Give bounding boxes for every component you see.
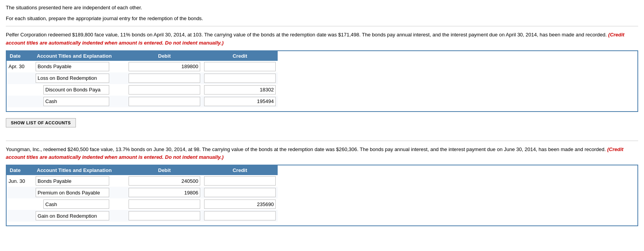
col-date-2: Date [7, 165, 34, 175]
date-cell-2-1: Jun. 30 [7, 175, 34, 187]
credit-input-2-3[interactable] [204, 199, 276, 209]
show-list-button[interactable]: SHOW LIST OF ACCOUNTS [6, 118, 76, 127]
debit-input-1-4[interactable] [129, 97, 200, 106]
account-input-2-2[interactable] [36, 188, 109, 197]
scenario2-section: Youngman, Inc., redeemed $240,500 face v… [6, 146, 638, 227]
credit-cell-2-3 [202, 198, 278, 210]
date-cell-1: Apr. 30 [7, 61, 34, 72]
debit-cell-1-2 [127, 72, 202, 84]
scenario1-table: Date Account Titles and Explanation Debi… [7, 51, 278, 107]
col-credit-1: Credit [202, 51, 278, 61]
debit-cell-2-4 [127, 210, 202, 222]
table-row [7, 210, 278, 222]
table-row [7, 72, 278, 84]
debit-input-2-1[interactable] [129, 176, 200, 186]
debit-cell-1-1 [127, 61, 202, 72]
intro-line1: The situations presented here are indepe… [6, 4, 638, 12]
scenario1-table-wrapper: Date Account Titles and Explanation Debi… [6, 50, 638, 112]
credit-input-1-1[interactable] [204, 62, 276, 71]
credit-cell-1-2 [202, 72, 278, 84]
intro-section: The situations presented here are indepe… [6, 4, 638, 22]
account-input-2-3[interactable] [43, 199, 109, 209]
debit-input-2-2[interactable] [129, 188, 200, 197]
intro-line2: For each situation, prepare the appropri… [6, 15, 638, 22]
col-account-1: Account Titles and Explanation [34, 51, 127, 61]
credit-input-1-2[interactable] [204, 74, 276, 83]
credit-cell-2-2 [202, 187, 278, 198]
credit-input-2-2[interactable] [204, 188, 276, 197]
debit-input-1-3[interactable] [129, 85, 200, 95]
col-date-1: Date [7, 51, 34, 61]
credit-input-2-1[interactable] [204, 176, 276, 186]
account-input-1-3[interactable] [43, 85, 109, 95]
account-input-1-4[interactable] [43, 97, 109, 106]
account-input-1-1[interactable] [36, 62, 109, 71]
col-debit-1: Debit [127, 51, 202, 61]
debit-input-1-1[interactable] [129, 62, 200, 71]
account-cell-1-4 [34, 96, 127, 107]
table-row: Jun. 30 [7, 175, 278, 187]
debit-input-2-3[interactable] [129, 199, 200, 209]
scenario1-section: Pelfer Corporation redeemed $189,800 fac… [6, 31, 638, 137]
credit-cell-2-4 [202, 210, 278, 222]
account-input-1-2[interactable] [36, 74, 109, 83]
debit-cell-1-4 [127, 96, 202, 107]
account-cell-2-3 [34, 198, 127, 210]
table-row: Apr. 30 [7, 61, 278, 72]
date-cell-1-4 [7, 96, 34, 107]
col-account-2: Account Titles and Explanation [34, 165, 127, 175]
show-list-wrapper: SHOW LIST OF ACCOUNTS [6, 112, 638, 137]
table-row [7, 84, 278, 96]
col-debit-2: Debit [127, 165, 202, 175]
account-input-2-1[interactable] [36, 176, 109, 186]
scenario1-description: Pelfer Corporation redeemed $189,800 fac… [6, 31, 638, 47]
credit-cell-1-3 [202, 84, 278, 96]
scenario2-description: Youngman, Inc., redeemed $240,500 face v… [6, 146, 638, 162]
credit-input-1-4[interactable] [204, 97, 276, 106]
debit-cell-2-3 [127, 198, 202, 210]
account-cell-1-2 [34, 72, 127, 84]
divider-1 [6, 26, 638, 26]
table-row [7, 187, 278, 198]
table-row [7, 96, 278, 107]
account-cell-2-1 [34, 175, 127, 187]
account-input-2-4[interactable] [36, 211, 109, 220]
date-cell-2-3 [7, 198, 34, 210]
account-cell-1-1 [34, 61, 127, 72]
debit-input-2-4[interactable] [129, 211, 200, 220]
account-cell-2-2 [34, 187, 127, 198]
account-cell-1-3 [34, 84, 127, 96]
table-row [7, 198, 278, 210]
date-cell-1-2 [7, 72, 34, 84]
credit-input-1-3[interactable] [204, 85, 276, 95]
date-cell-2-2 [7, 187, 34, 198]
credit-input-2-4[interactable] [204, 211, 276, 220]
scenario2-table: Date Account Titles and Explanation Debi… [7, 165, 278, 222]
account-cell-2-4 [34, 210, 127, 222]
credit-cell-2-1 [202, 175, 278, 187]
debit-cell-1-3 [127, 84, 202, 96]
debit-input-1-2[interactable] [129, 74, 200, 83]
credit-cell-1-4 [202, 96, 278, 107]
date-cell-1-3 [7, 84, 34, 96]
date-cell-2-4 [7, 210, 34, 222]
credit-cell-1-1 [202, 61, 278, 72]
debit-cell-2-1 [127, 175, 202, 187]
col-credit-2: Credit [202, 165, 278, 175]
debit-cell-2-2 [127, 187, 202, 198]
divider-2 [6, 141, 638, 141]
scenario2-table-wrapper: Date Account Titles and Explanation Debi… [6, 165, 638, 226]
